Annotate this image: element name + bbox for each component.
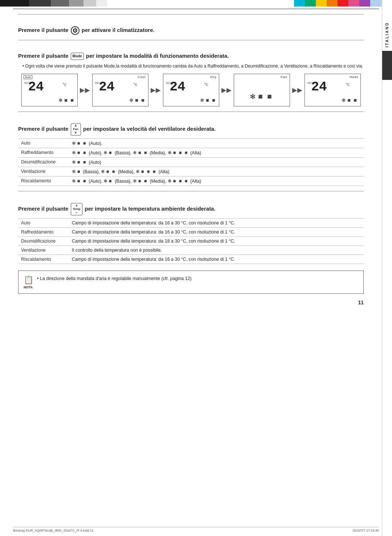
- fan-row-deumidificazione: Deumidificazione ❄◾◾ (Auto): [18, 157, 364, 167]
- fan-row-auto: Auto ❄◾◾ (Auto).: [18, 138, 364, 148]
- temp-title: Premere il pulsante + Temp − per imposta…: [18, 203, 364, 216]
- fan-desc-raffreddamento: ❄◾◾ (Auto), ❄◾ (Bassa), ❄◾◾ (Media), ❄◾◾…: [69, 148, 364, 157]
- arrow-1: ▶▶: [80, 86, 90, 94]
- temp-button-icon: + Temp −: [71, 203, 83, 216]
- panel-auto-temp: 24: [28, 81, 44, 94]
- temp-mode-riscaldamento: Riscaldamento: [18, 255, 69, 264]
- display-fan: Fan ❄◾◾: [234, 74, 290, 106]
- footer-left: Boracay EUR_AQ09T&U@_IBIM_32447A_IT-4.in…: [13, 529, 94, 532]
- arrow-3: ▶▶: [221, 86, 232, 94]
- temp-row-raffreddamento: Raffreddamento Campo di impostazione del…: [18, 228, 364, 237]
- nota-label: NOTA: [24, 285, 33, 289]
- note-box: 📋 NOTA • La direzione della mandata d'ar…: [18, 271, 364, 294]
- mode-title-prefix: Premere il pulsante: [18, 53, 68, 59]
- panel-heat-label: Heat: [350, 75, 358, 79]
- panel-auto-mode: Auto: [24, 75, 32, 79]
- section-temp: Premere il pulsante + Temp − per imposta…: [18, 191, 364, 264]
- display-dry: Dry SET 24 °c ❄◾◾: [163, 74, 219, 106]
- color-registration-bar: [0, 0, 392, 7]
- panel-fan-icon: ❄◾◾: [250, 92, 274, 101]
- footer: Boracay EUR_AQ09T&U@_IBIM_32447A_IT-4.in…: [13, 527, 379, 532]
- display-auto: Auto SET 24 °c ❄◾◾: [21, 74, 78, 106]
- power-title-suffix: per attivare il climatizzatore.: [82, 27, 155, 33]
- temp-mode-raffreddamento: Raffreddamento: [18, 228, 69, 237]
- power-title-prefix: Premere il pulsante: [18, 27, 68, 33]
- top-rule: [13, 9, 379, 9]
- temp-desc-ventilazione: Il controllo della temperatura non è pos…: [69, 246, 364, 255]
- fan-mode-ventilazione: Ventilazione: [18, 167, 69, 176]
- panel-auto-deg: °c: [63, 82, 66, 86]
- section-power: Premere il pulsante ⏻ per attivare il cl…: [18, 14, 364, 35]
- note-icon: 📋: [24, 275, 33, 284]
- mode-button-icon: Mode: [71, 53, 84, 60]
- sidebar-black-block: [382, 51, 392, 80]
- temp-desc-riscaldamento: Campo di impostazione della temperatura:…: [69, 255, 364, 264]
- temp-row-deumidificazione: Deumidificazione Campo di impostazione d…: [18, 237, 364, 246]
- arrow-2: ▶▶: [151, 86, 161, 94]
- section-fan: Premere il pulsante ∧ Fan ∨ per impostar…: [18, 111, 364, 186]
- fan-mode-auto: Auto: [18, 138, 69, 148]
- fan-table: Auto ❄◾◾ (Auto). Raffreddamento ❄◾◾ (Aut…: [18, 138, 364, 186]
- temp-mode-deumidificazione: Deumidificazione: [18, 237, 69, 246]
- display-heat: Heat SET 24 °c ❄◾◾: [305, 74, 361, 106]
- temp-title-prefix: Premere il pulsante: [18, 206, 68, 212]
- panel-heat-fan: ❄◾◾: [342, 97, 358, 103]
- fan-row-ventilazione: Ventilazione ❄◾ (Bassa), ❄◾◾ (Media), ❄◾…: [18, 167, 364, 176]
- fan-title-prefix: Premere il pulsante: [18, 126, 68, 132]
- fan-title-suffix: per impostare la velocità del ventilator…: [83, 126, 216, 132]
- sidebar: ITALIANO: [382, 0, 392, 536]
- panel-heat-temp: 24: [311, 81, 327, 94]
- footer-right: 2015/7/7 17:10:45: [352, 529, 379, 532]
- panel-cool-deg: °c: [134, 82, 137, 86]
- section-mode: Premere il pulsante Mode per impostare l…: [18, 40, 364, 106]
- panel-dry-deg: °c: [204, 82, 208, 86]
- main-content: Premere il pulsante ⏻ per attivare il cl…: [18, 14, 374, 305]
- fan-mode-riscaldamento: Riscaldamento: [18, 176, 69, 186]
- fan-row-raffreddamento: Raffreddamento ❄◾◾ (Auto), ❄◾ (Bassa), ❄…: [18, 148, 364, 157]
- temp-desc-raffreddamento: Campo di impostazione della temperatura:…: [69, 228, 364, 237]
- panel-heat-deg: °c: [346, 82, 350, 86]
- fan-mode-deumidificazione: Deumidificazione: [18, 157, 69, 167]
- sidebar-label: ITALIANO: [385, 22, 389, 47]
- mode-bullet: • Ogni volta che viene premuto il pulsan…: [23, 63, 364, 69]
- panel-cool-label: Cool: [138, 75, 146, 79]
- fan-title: Premere il pulsante ∧ Fan ∨ per impostar…: [18, 123, 364, 135]
- panel-dry-label: Dry: [211, 75, 217, 79]
- power-button-icon: ⏻: [71, 26, 79, 35]
- temp-desc-auto: Campo di impostazione della temperatura:…: [69, 219, 364, 228]
- panel-auto-fan: ❄◾◾: [58, 97, 75, 103]
- power-title: Premere il pulsante ⏻ per attivare il cl…: [18, 26, 364, 35]
- note-text: • La direzione della mandata d'aria è re…: [37, 275, 192, 282]
- display-cool: Cool SET 24 °c ❄◾◾: [92, 74, 148, 106]
- note-icon-container: 📋 NOTA: [24, 275, 33, 289]
- panel-fan-label: Fan: [281, 75, 287, 79]
- temp-row-auto: Auto Campo di impostazione della tempera…: [18, 219, 364, 228]
- display-panels-row: Auto SET 24 °c ❄◾◾ ▶▶ Cool SET 24 °c ❄◾◾…: [18, 74, 364, 106]
- temp-desc-deumidificazione: Campo di impostazione della temperatura:…: [69, 237, 364, 246]
- fan-desc-riscaldamento: ❄◾◾ (Auto), ❄◾ (Bassa), ❄◾◾ (Media), ❄◾◾…: [69, 176, 364, 186]
- temp-table: Auto Campo di impostazione della tempera…: [18, 218, 364, 264]
- temp-mode-auto: Auto: [18, 219, 69, 228]
- arrow-4: ▶▶: [292, 86, 302, 94]
- mode-title: Premere il pulsante Mode per impostare l…: [18, 52, 364, 60]
- fan-row-riscaldamento: Riscaldamento ❄◾◾ (Auto), ❄◾ (Bassa), ❄◾…: [18, 176, 364, 186]
- temp-row-riscaldamento: Riscaldamento Campo di impostazione dell…: [18, 255, 364, 264]
- mode-title-suffix: per impostare la modalità di funzionamen…: [86, 53, 229, 59]
- page-number: 11: [18, 300, 364, 305]
- temp-row-ventilazione: Ventilazione Il controllo della temperat…: [18, 246, 364, 255]
- fan-desc-ventilazione: ❄◾ (Bassa), ❄◾◾ (Media), ❄◾◾◾ (Alta): [69, 167, 364, 176]
- temp-mode-ventilazione: Ventilazione: [18, 246, 69, 255]
- fan-button-icon: ∧ Fan ∨: [71, 123, 81, 135]
- fan-mode-raffreddamento: Raffreddamento: [18, 148, 69, 157]
- fan-desc-deumidificazione: ❄◾◾ (Auto): [69, 157, 364, 167]
- panel-dry-fan: ❄◾◾: [200, 97, 217, 103]
- temp-title-suffix: per impostare la temperatura ambiente de…: [85, 206, 216, 212]
- panel-dry-temp: 24: [170, 81, 185, 94]
- panel-cool-fan: ❄◾◾: [129, 97, 146, 103]
- fan-desc-auto: ❄◾◾ (Auto).: [69, 138, 364, 148]
- panel-cool-temp: 24: [99, 81, 115, 94]
